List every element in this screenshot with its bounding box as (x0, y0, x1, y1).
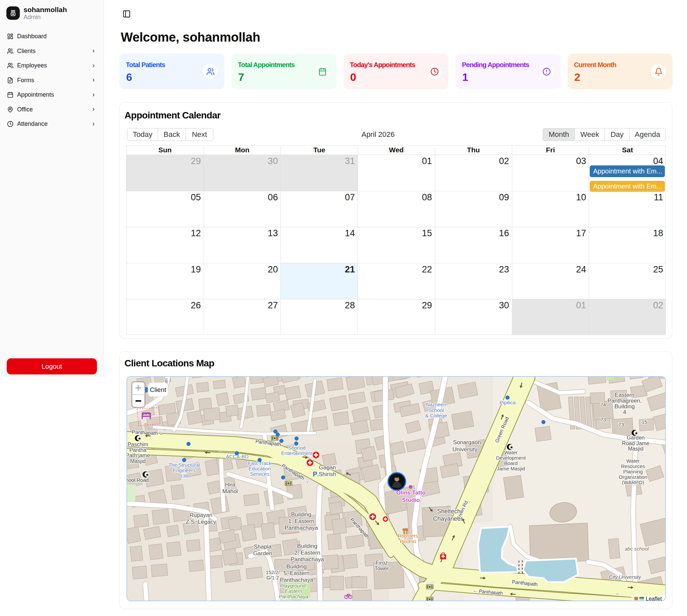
svg-text:& College: & College (425, 413, 447, 418)
svg-text:Garden: Garden (253, 550, 272, 557)
svg-text:Water: Water (504, 449, 517, 455)
svg-text:Gagan: Gagan (319, 464, 336, 471)
svg-text:Shirish: Shirish (319, 471, 336, 478)
svg-text:Studio: Studio (402, 497, 420, 503)
svg-text:Road Jame: Road Jame (622, 441, 649, 446)
svg-text:City University: City University (609, 574, 641, 580)
svg-text:Panthachaya: Panthachaya (279, 594, 308, 599)
svg-text:(WARPO): (WARPO) (622, 480, 644, 485)
svg-text:Pipilica: Pipilica (500, 400, 515, 405)
svg-text:Nazneen: Nazneen (426, 402, 446, 407)
svg-text:Leaflet: Leaflet (646, 596, 662, 601)
svg-text:Rupayan: Rupayan (190, 512, 212, 519)
svg-text:Hira: Hira (225, 481, 236, 488)
svg-text:73: 73 (600, 417, 606, 422)
svg-text:Jame Masjid: Jame Masjid (497, 466, 525, 471)
svg-text:hool Road: hool Road (127, 477, 149, 483)
svg-text:University: University (452, 446, 478, 453)
svg-text:Pantha: Pantha (130, 447, 147, 453)
svg-text:Sheltech: Sheltech (437, 508, 461, 515)
svg-text:Education: Education (248, 466, 271, 471)
svg-text:Piri Piri: Piri Piri (400, 538, 416, 544)
svg-text:Ltd: Ltd (181, 473, 188, 479)
svg-text:G/1-2: G/1-2 (266, 575, 279, 580)
svg-text:Panthachaya: Panthachaya (280, 577, 313, 583)
svg-text:2, Eastern: 2, Eastern (294, 550, 320, 556)
svg-text:73: 73 (619, 422, 624, 427)
svg-text:Entertainment: Entertainment (281, 450, 313, 456)
svg-text:Board: Board (504, 460, 517, 466)
svg-text:1, Eastern: 1, Eastern (288, 518, 314, 524)
svg-text:5, Eastern: 5, Eastern (284, 570, 310, 576)
svg-text:15: 15 (642, 419, 647, 425)
svg-text:Z.S. Legacy: Z.S. Legacy (186, 519, 216, 525)
svg-text:Shapla: Shapla (254, 544, 272, 550)
svg-text:Paschim: Paschim (128, 442, 148, 447)
svg-text:Planning: Planning (623, 469, 643, 475)
svg-text:Water: Water (626, 458, 639, 464)
svg-text:Roosters: Roosters (398, 533, 418, 538)
svg-text:Services: Services (250, 471, 269, 477)
svg-text:Masjid: Masjid (130, 458, 146, 464)
svg-text:Panthachaya: Panthachaya (285, 525, 318, 531)
svg-text:Olins Tatto: Olins Tatto (396, 489, 426, 496)
svg-text:Building: Building (291, 511, 312, 518)
svg-text:Sonargaon: Sonargaon (453, 439, 481, 445)
svg-text:→: → (614, 590, 620, 596)
svg-text:Eastern: Eastern (285, 588, 302, 594)
svg-text:Garden: Garden (627, 435, 644, 441)
svg-text:Building: Building (297, 543, 318, 549)
svg-text:4: 4 (623, 409, 626, 415)
svg-text:Tower: Tower (375, 566, 389, 571)
svg-text:Shonod: Shonod (288, 445, 306, 450)
svg-text:74: 74 (600, 402, 606, 408)
svg-text:Resources: Resources (621, 463, 645, 469)
svg-text:Development: Development (496, 455, 526, 461)
svg-text:Engineers: Engineers (173, 467, 196, 473)
svg-text:Masjid: Masjid (628, 446, 643, 452)
svg-text:The Structural: The Structural (169, 462, 200, 468)
svg-text:Organization: Organization (619, 474, 647, 480)
svg-text:Path jame: Path jame (127, 453, 150, 458)
svg-text:Mahol: Mahol (222, 488, 238, 494)
svg-text:152/2/: 152/2/ (266, 569, 280, 575)
svg-text:School: School (428, 407, 444, 413)
svg-text:Playground,: Playground, (280, 583, 307, 589)
svg-text:Panthachaya: Panthachaya (290, 556, 324, 563)
svg-text:abc school: abc school (625, 546, 649, 552)
svg-text:Chayaneer: Chayaneer (433, 515, 463, 522)
svg-text:P: P (313, 470, 317, 478)
svg-text:Client: Client (150, 386, 167, 393)
svg-text:Building: Building (286, 563, 307, 570)
svg-text:Firoz: Firoz (376, 560, 388, 566)
